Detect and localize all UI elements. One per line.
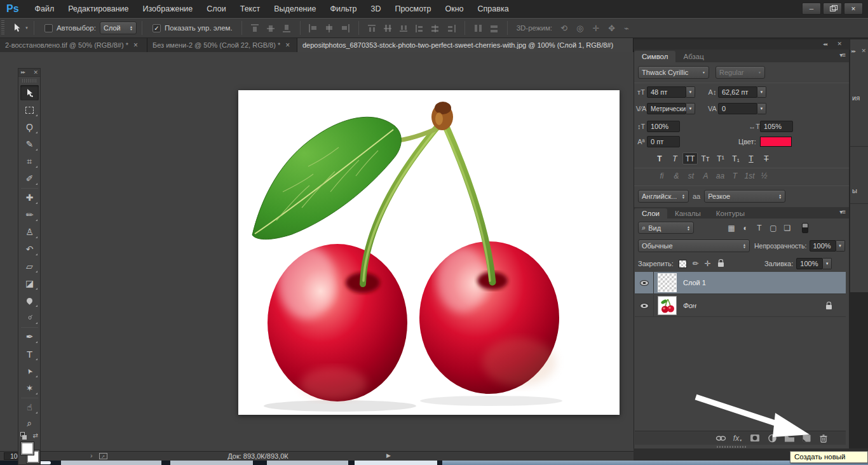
collapse-dock-icon[interactable]: ◂◂ <box>823 41 827 47</box>
layer-row-background[interactable]: Фон <box>635 295 846 317</box>
panel-menu-icon[interactable]: ▾≡ <box>839 208 845 215</box>
collapse-panel-icon[interactable]: ▸▸ <box>21 69 25 75</box>
layer-name[interactable]: Фон <box>683 302 696 309</box>
taskbar-window-fragment[interactable] <box>355 461 437 465</box>
options-bar-gripper[interactable] <box>1 20 4 36</box>
close-dock-icon[interactable]: ✕ <box>837 41 842 47</box>
fill-field[interactable]: 100% <box>796 258 823 269</box>
blur-tool[interactable] <box>20 293 39 308</box>
menu-layers[interactable]: Слои <box>200 0 233 18</box>
hand-tool[interactable]: ☝ <box>20 400 39 415</box>
spot-healing-brush-tool[interactable]: ✚ <box>20 190 39 205</box>
lock-position-icon[interactable]: ✛ <box>705 259 711 268</box>
expand-dock-icon[interactable]: ▸▸ <box>851 48 855 54</box>
layer-name[interactable]: Слой 1 <box>683 279 706 286</box>
horizontal-scale-field[interactable]: 105% <box>760 121 793 132</box>
menu-window[interactable]: Окно <box>438 0 471 18</box>
menu-help[interactable]: Справка <box>471 0 516 18</box>
new-group-button[interactable] <box>783 433 795 443</box>
underline-button[interactable]: T <box>743 152 759 165</box>
menu-select[interactable]: Выделение <box>267 0 323 18</box>
filtering-toggle[interactable] <box>802 223 808 233</box>
font-size-dropdown[interactable]: ▼ <box>686 86 695 98</box>
faux-bold-button[interactable]: T <box>652 152 667 165</box>
font-style-select[interactable]: Regular▼ <box>715 66 765 79</box>
tools-panel-gripper[interactable] <box>22 79 36 83</box>
type-tool[interactable]: T <box>20 346 39 361</box>
blend-mode-select[interactable]: Обычные▲▼ <box>638 239 750 252</box>
leading-field[interactable]: 62,62 пт <box>718 86 757 98</box>
tab-character[interactable]: Символ <box>634 51 675 62</box>
delete-layer-button[interactable] <box>818 433 829 443</box>
add-layer-mask-button[interactable] <box>749 433 761 443</box>
small-caps-button[interactable]: Tт <box>698 152 713 165</box>
ot-titling-button[interactable]: A <box>698 172 713 180</box>
lasso-tool[interactable]: Ϙ <box>20 119 39 135</box>
font-family-select[interactable]: Thwack Cyrillic▼ <box>638 66 709 79</box>
strikethrough-button[interactable]: T <box>759 152 774 165</box>
filter-type-layers-icon[interactable]: T <box>752 224 766 232</box>
swap-colors-icon[interactable]: ⇄ <box>33 432 38 439</box>
status-share-icon[interactable]: ➚ <box>99 453 107 459</box>
kerning-field[interactable]: Метрический <box>647 103 686 114</box>
ot-ordinals-button[interactable]: 1st <box>742 172 757 180</box>
tab-paths[interactable]: Контуры <box>709 208 752 219</box>
foreground-color-swatch[interactable] <box>21 442 34 455</box>
fill-dropdown[interactable]: ▼ <box>823 258 832 269</box>
filter-smart-objects-icon[interactable]: ❏ <box>780 224 794 232</box>
layer-visibility-cell[interactable] <box>635 295 654 317</box>
layer-thumbnail[interactable] <box>658 273 677 292</box>
filter-shape-layers-icon[interactable]: ▢ <box>766 224 780 232</box>
document-tab[interactable]: 2-восстановлено.tif @ 50% (RGB/8#) * × <box>0 38 147 52</box>
ot-swash-button[interactable]: & <box>669 172 684 180</box>
ot-ligatures-button[interactable]: fi <box>654 172 669 180</box>
tool-preset-dropdown-icon[interactable]: ▼ <box>25 26 29 30</box>
new-layer-button[interactable] <box>801 433 812 443</box>
crop-tool[interactable]: ⌗ <box>20 154 39 169</box>
rectangular-marquee-tool[interactable] <box>20 102 39 118</box>
menu-edit[interactable]: Редактирование <box>61 0 135 18</box>
history-brush-tool[interactable]: ↶ <box>20 241 39 257</box>
quick-selection-tool[interactable]: ✎ <box>20 137 39 152</box>
autoselect-checkbox[interactable] <box>44 24 53 32</box>
lock-all-icon[interactable] <box>718 262 724 267</box>
ot-fractions-button[interactable]: ½ <box>757 172 771 180</box>
brush-tool[interactable]: ✏ <box>20 207 39 222</box>
gradient-tool[interactable]: ◪ <box>20 276 39 291</box>
taskbar-window-fragment[interactable] <box>61 461 161 465</box>
menu-file[interactable]: Файл <box>28 0 62 18</box>
faux-italic-button[interactable]: T <box>667 152 682 165</box>
superscript-button[interactable]: T¹ <box>713 152 728 165</box>
tracking-field[interactable]: 0 <box>718 103 757 114</box>
restore-button[interactable] <box>823 3 842 15</box>
eyedropper-tool[interactable]: ✐ <box>20 171 39 186</box>
tab-channels[interactable]: Каналы <box>667 208 709 219</box>
filter-pixel-layers-icon[interactable]: ▦ <box>724 224 738 232</box>
menu-type[interactable]: Текст <box>233 0 267 18</box>
status-expand-arrow[interactable]: ▶ <box>386 452 391 459</box>
all-caps-button[interactable]: TT <box>682 152 698 165</box>
lock-transparency-icon[interactable] <box>679 260 687 268</box>
taskbar-window-fragment[interactable] <box>267 461 348 465</box>
layer-style-button[interactable]: fx▼ <box>732 433 743 443</box>
document-canvas[interactable] <box>238 90 620 415</box>
menu-filter[interactable]: Фильтр <box>323 0 363 18</box>
filter-adjustment-layers-icon[interactable]: ◐ <box>738 224 752 232</box>
menu-3d[interactable]: 3D <box>363 0 388 18</box>
tab-paragraph[interactable]: Абзац <box>675 51 711 62</box>
minimize-button[interactable]: ─ <box>802 3 821 15</box>
type-color-swatch[interactable] <box>760 137 792 147</box>
document-tab-active[interactable]: depositphotos_6870353-stock-photo-two-pe… <box>297 38 634 52</box>
tab-close-icon[interactable]: × <box>285 41 290 50</box>
menu-image[interactable]: Изображение <box>136 0 200 18</box>
tab-layers[interactable]: Слои <box>634 208 667 219</box>
zoom-tool[interactable]: ⌕ <box>20 415 39 431</box>
link-layers-button[interactable] <box>715 433 726 443</box>
move-tool[interactable] <box>20 85 39 100</box>
custom-shape-tool[interactable]: ✶ <box>20 381 39 396</box>
pen-tool[interactable]: ✒ <box>20 329 39 344</box>
leading-dropdown[interactable]: ▼ <box>757 86 766 98</box>
ot-discretionary-ligatures-button[interactable]: st <box>684 172 698 180</box>
new-adjustment-layer-button[interactable] <box>766 433 778 443</box>
dodge-tool[interactable]: ⌕ <box>20 310 39 325</box>
